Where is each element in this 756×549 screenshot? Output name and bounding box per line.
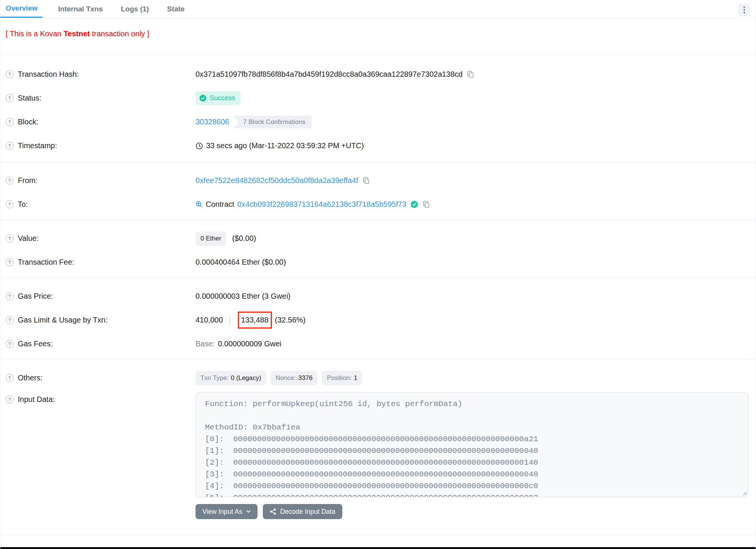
transaction-fee-value: 0.000400464 Ether ($0.00) [196, 258, 286, 267]
hex-row: [3]:000000000000000000000000000000000000… [205, 468, 748, 480]
row-label: Block: [18, 118, 38, 126]
tab-internal-txns[interactable]: Internal Txns [56, 0, 105, 18]
section-summary: ? Transaction Hash: 0x371a51097fb78df856… [0, 54, 756, 162]
row-transaction-hash: ? Transaction Hash: 0x371a51097fb78df856… [0, 62, 756, 86]
gas-usage-value: 133,488 [241, 316, 269, 324]
tab-state[interactable]: State [165, 0, 187, 18]
row-label: From: [18, 176, 37, 185]
gas-usage-annotation-box: 133,488 [238, 312, 272, 329]
row-timestamp: ? Timestamp: 33 secs ago (Mar-11-2022 03… [0, 134, 756, 158]
zoom-in-icon[interactable] [196, 201, 203, 208]
row-block: ? Block: 30328606 7 Block Confirmations [0, 110, 756, 134]
help-icon[interactable]: ? [6, 118, 14, 126]
transaction-page: Overview Internal Txns Logs (1) State [ … [0, 0, 756, 549]
row-status: ? Status: Success [0, 86, 756, 110]
row-gas-fees: ? Gas Fees: Base: 0.000000009 Gwei [0, 332, 756, 356]
row-label: Others: [18, 374, 43, 382]
testnet-notice: [ This is a Kovan Testnet transaction on… [0, 18, 756, 54]
row-label: Status: [18, 94, 41, 102]
gas-usage-percent: (32.56%) [275, 316, 306, 324]
to-kind-label: Contract [206, 200, 234, 209]
row-value: ? Value: 0 Ether ($0.00) [0, 226, 756, 250]
resize-grip-icon[interactable] [742, 490, 747, 496]
help-icon[interactable]: ? [6, 70, 14, 78]
from-address-link[interactable]: 0xfee7522e8482682cf50ddc50a0f8da2a39effa… [196, 176, 358, 185]
ether-value-badge: 0 Ether [196, 231, 226, 246]
base-fee-value: 0.000000009 Gwei [218, 340, 281, 348]
gas-price-value: 0.000000003 Ether (3 Gwei) [196, 292, 290, 301]
help-icon[interactable]: ? [6, 340, 14, 348]
row-label: Timestamp: [18, 141, 57, 150]
verified-check-icon [410, 200, 418, 208]
row-label: Gas Price: [18, 292, 53, 301]
tab-bar: Overview Internal Txns Logs (1) State [0, 0, 756, 18]
row-input-data: ? Input Data: Function: performUpkeep(ui… [0, 392, 756, 497]
help-icon[interactable]: ? [6, 94, 14, 102]
status-badge: Success [196, 91, 241, 105]
row-gas-limit-usage: ? Gas Limit & Usage by Txn: 410,000 | 13… [0, 308, 756, 332]
help-icon[interactable]: ? [6, 374, 14, 382]
help-icon[interactable]: ? [6, 395, 14, 403]
copy-icon[interactable] [422, 200, 430, 208]
txn-type-badge: Txn Type:0 (Legacy) [196, 371, 266, 385]
copy-icon[interactable] [362, 177, 370, 185]
help-icon[interactable]: ? [6, 316, 14, 324]
decode-icon [270, 508, 276, 515]
nonce-badge: Nonce:3376 [271, 371, 318, 385]
row-gas-price: ? Gas Price: 0.000000003 Ether (3 Gwei) [0, 284, 756, 308]
hex-row: [0]:000000000000000000000000000000000000… [205, 433, 748, 445]
help-icon[interactable]: ? [6, 177, 14, 185]
input-data-actions: View Input As Decode Input Data [196, 504, 756, 519]
row-label: To: [18, 200, 28, 209]
help-icon[interactable]: ? [6, 234, 14, 242]
row-label: Input Data: [18, 395, 55, 404]
help-icon[interactable]: ? [6, 292, 14, 300]
view-input-as-button[interactable]: View Input As [196, 504, 258, 519]
section-others-input: ? Others: Txn Type:0 (Legacy) Nonce:3376… [0, 360, 756, 535]
row-others: ? Others: Txn Type:0 (Legacy) Nonce:3376… [0, 366, 756, 390]
timestamp-value: 33 secs ago (Mar-11-2022 03:59:32 PM +UT… [206, 141, 364, 150]
row-label: Transaction Hash: [18, 70, 79, 79]
row-from: ? From: 0xfee7522e8482682cf50ddc50a0f8da… [0, 169, 756, 192]
tab-overview[interactable]: Overview [0, 0, 42, 18]
kebab-menu-button[interactable] [738, 3, 750, 16]
help-icon[interactable]: ? [6, 142, 14, 150]
check-circle-icon [199, 95, 206, 102]
block-confirmations-badge: 7 Block Confirmations [234, 116, 312, 128]
method-id: MethodID: 0x7bbaf1ea [205, 422, 748, 433]
transaction-hash-value: 0x371a51097fb78df856f8b4a7bd459f192d8cc8… [196, 70, 463, 79]
hex-row: [1]:000000000000000000000000000000000000… [205, 445, 748, 457]
block-number-link[interactable]: 30328606 [196, 118, 229, 126]
copy-icon[interactable] [466, 70, 474, 78]
row-label: Value: [18, 234, 39, 243]
function-signature: Function: performUpkeep(uint256 id, byte… [205, 398, 748, 410]
row-label: Gas Limit & Usage by Txn: [18, 316, 108, 324]
hex-row: [5]:000000000000000000000000000000000000… [205, 492, 748, 497]
tab-logs[interactable]: Logs (1) [119, 0, 151, 18]
row-label: Transaction Fee: [18, 258, 74, 267]
to-address-link[interactable]: 0x4cb093f226983713164a62138c3f718a5b595f… [238, 200, 407, 209]
chevron-down-icon [246, 510, 251, 513]
usd-value: ($0.00) [232, 234, 256, 243]
gas-limit-value: 410,000 [196, 316, 223, 324]
hex-row: [4]:000000000000000000000000000000000000… [205, 480, 748, 492]
help-icon[interactable]: ? [6, 258, 14, 266]
hex-row: [2]:000000000000000000000000000000000000… [205, 457, 748, 468]
row-transaction-fee: ? Transaction Fee: 0.000400464 Ether ($0… [0, 250, 756, 274]
row-to: ? To: Contract 0x4cb093f226983713164a621… [0, 192, 756, 216]
window-bottom-edge [0, 547, 756, 549]
section-gas: ? Gas Price: 0.000000003 Ether (3 Gwei) … [0, 278, 756, 360]
row-label: Gas Fees: [18, 340, 53, 348]
input-data-box[interactable]: Function: performUpkeep(uint256 id, byte… [196, 392, 748, 497]
position-badge: Position:1 [322, 371, 362, 385]
decode-input-data-button[interactable]: Decode Input Data [263, 504, 342, 519]
clock-icon [196, 142, 203, 150]
section-value: ? Value: 0 Ether ($0.00) ? Transaction F… [0, 220, 756, 278]
section-parties: ? From: 0xfee7522e8482682cf50ddc50a0f8da… [0, 163, 756, 220]
pipe-divider: | [229, 316, 231, 324]
kebab-icon [744, 6, 745, 8]
base-fee-label: Base: [196, 340, 215, 348]
help-icon[interactable]: ? [6, 200, 14, 208]
